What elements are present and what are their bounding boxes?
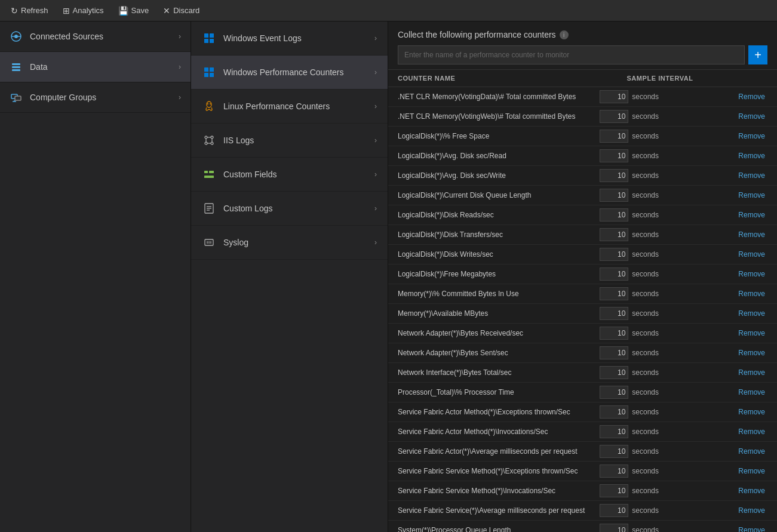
interval-input[interactable] [600, 189, 628, 202]
remove-button[interactable]: Remove [736, 171, 767, 180]
counter-name-cell: System(*)\Processor Queue Length [398, 526, 600, 532]
discard-button[interactable]: ✕ Discard [157, 4, 205, 18]
remove-button[interactable]: Remove [736, 112, 767, 121]
remove-button[interactable]: Remove [736, 487, 767, 495]
right-panel: Collect the following performance counte… [388, 21, 777, 532]
interval-input[interactable] [600, 110, 628, 123]
interval-input[interactable] [600, 445, 628, 458]
interval-input[interactable] [600, 228, 628, 241]
interval-input[interactable] [600, 169, 628, 182]
interval-input[interactable] [600, 465, 628, 478]
refresh-button[interactable]: ↻ Refresh [5, 4, 54, 18]
remove-button[interactable]: Remove [736, 388, 767, 396]
sidebar-item-connected-sources[interactable]: Connected Sources › [0, 21, 191, 52]
remove-button[interactable]: Remove [736, 211, 767, 219]
add-counter-button[interactable]: + [748, 45, 767, 64]
counter-name-cell: LogicalDisk(*)\Avg. Disk sec/Write [398, 171, 600, 180]
counter-interval-cell: seconds [600, 405, 731, 419]
right-header: Collect the following performance counte… [388, 21, 777, 70]
menu-item-windows-perf-counters[interactable]: Windows Performance Counters › [191, 56, 388, 90]
menu-item-custom-logs[interactable]: Custom Logs › [191, 192, 388, 226]
remove-button[interactable]: Remove [736, 506, 767, 515]
windows-event-logs-icon [202, 31, 216, 45]
counter-row: LogicalDisk(*)\Free MegabytessecondsRemo… [388, 265, 777, 284]
interval-input[interactable] [600, 405, 628, 419]
remove-button[interactable]: Remove [736, 309, 767, 318]
counter-name-cell: Service Fabric Actor(*)\Average millisec… [398, 447, 600, 456]
remove-button[interactable]: Remove [736, 349, 767, 357]
counter-interval-cell: seconds [600, 504, 731, 517]
interval-input[interactable] [600, 267, 628, 281]
remove-button[interactable]: Remove [736, 191, 767, 199]
counter-interval-cell: seconds [600, 248, 731, 261]
counter-row: Service Fabric Service Method(*)\Excepti… [388, 462, 777, 481]
interval-input[interactable] [600, 307, 628, 320]
sidebar-item-data[interactable]: Data › [0, 52, 191, 82]
counter-interval-cell: seconds [600, 386, 731, 399]
interval-input[interactable] [600, 248, 628, 261]
counter-name-cell: Memory(*)\Available MBytes [398, 309, 600, 318]
counter-row: Network Interface(*)\Bytes Total/secseco… [388, 363, 777, 383]
remove-button[interactable]: Remove [736, 93, 767, 101]
svg-rect-17 [204, 73, 208, 77]
remove-button[interactable]: Remove [736, 250, 767, 259]
interval-input[interactable] [600, 287, 628, 300]
svg-rect-15 [204, 67, 208, 72]
remove-button[interactable]: Remove [736, 230, 767, 239]
svg-rect-6 [12, 69, 20, 71]
interval-input[interactable] [600, 90, 628, 103]
analytics-button[interactable]: ⊞ Analytics [57, 4, 110, 18]
custom-fields-label: Custom Fields [223, 170, 277, 179]
remove-button[interactable]: Remove [736, 152, 767, 160]
counter-row: LogicalDisk(*)\Disk Reads/secsecondsRemo… [388, 205, 777, 225]
seconds-label: seconds [632, 211, 659, 219]
connected-sources-label: Connected Sources [30, 32, 103, 41]
windows-perf-counters-label: Windows Performance Counters [223, 67, 344, 77]
remove-button[interactable]: Remove [736, 270, 767, 278]
menu-item-linux-perf-counters[interactable]: Linux Performance Counters › [191, 90, 388, 124]
counter-interval-cell: seconds [600, 90, 731, 103]
svg-rect-4 [12, 63, 20, 65]
syslog-chevron: › [374, 238, 377, 247]
collect-title: Collect the following performance counte… [398, 30, 767, 39]
search-input[interactable] [398, 45, 745, 64]
menu-item-syslog[interactable]: Syslog › [191, 226, 388, 260]
remove-button[interactable]: Remove [736, 329, 767, 337]
remove-button[interactable]: Remove [736, 132, 767, 140]
info-icon[interactable]: i [560, 30, 569, 39]
counter-row: System(*)\Processor Queue LengthsecondsR… [388, 521, 777, 532]
interval-input[interactable] [600, 524, 628, 532]
interval-input[interactable] [600, 366, 628, 379]
remove-button[interactable]: Remove [736, 428, 767, 436]
remove-button[interactable]: Remove [736, 526, 767, 532]
counter-name-cell: Service Fabric Service(*)\Average millis… [398, 506, 600, 515]
menu-item-custom-fields[interactable]: Custom Fields › [191, 158, 388, 192]
interval-input[interactable] [600, 386, 628, 399]
toolbar: ↻ Refresh ⊞ Analytics 💾 Save ✕ Discard [0, 0, 777, 21]
interval-input[interactable] [600, 425, 628, 438]
counter-row: Service Fabric Service Method(*)\Invocat… [388, 481, 777, 501]
windows-event-logs-chevron: › [374, 34, 377, 42]
interval-input[interactable] [600, 484, 628, 497]
interval-input[interactable] [600, 130, 628, 143]
computer-groups-label: Computer Groups [30, 93, 96, 102]
syslog-icon [202, 235, 216, 250]
remove-button[interactable]: Remove [736, 408, 767, 416]
data-icon [10, 60, 23, 73]
custom-fields-chevron: › [374, 170, 377, 179]
counter-interval-cell: seconds [600, 307, 731, 320]
remove-button[interactable]: Remove [736, 368, 767, 377]
remove-button[interactable]: Remove [736, 467, 767, 475]
interval-input[interactable] [600, 327, 628, 340]
menu-item-iis-logs[interactable]: IIS Logs › [191, 124, 388, 158]
interval-input[interactable] [600, 208, 628, 222]
interval-input[interactable] [600, 346, 628, 359]
menu-item-windows-event-logs[interactable]: Windows Event Logs › [191, 21, 388, 56]
linux-perf-counters-label: Linux Performance Counters [223, 102, 330, 111]
remove-button[interactable]: Remove [736, 447, 767, 456]
sidebar-item-computer-groups[interactable]: Computer Groups › [0, 82, 191, 113]
interval-input[interactable] [600, 149, 628, 162]
interval-input[interactable] [600, 504, 628, 517]
save-button[interactable]: 💾 Save [112, 4, 155, 18]
remove-button[interactable]: Remove [736, 290, 767, 298]
